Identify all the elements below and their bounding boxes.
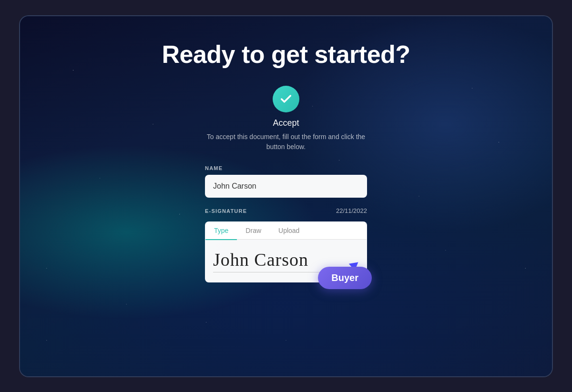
check-circle: [273, 86, 299, 112]
tab-draw[interactable]: Draw: [237, 222, 270, 240]
esig-date: 22/11/2022: [336, 207, 367, 214]
tab-type[interactable]: Type: [205, 222, 237, 240]
accept-description: To accept this document, fill out the fo…: [207, 132, 365, 152]
accept-label: Accept: [273, 118, 299, 128]
check-icon: [279, 92, 293, 106]
signature-wrapper: Type Draw Upload John Carson Buyer: [205, 221, 367, 283]
form-container: NAME E-SIGNATURE 22/11/2022 Type Draw Up…: [205, 165, 367, 283]
name-input[interactable]: [205, 175, 367, 198]
page-title: Ready to get started?: [162, 40, 410, 69]
esig-label: E-SIGNATURE: [205, 208, 247, 214]
buyer-badge: Buyer: [318, 267, 372, 289]
signature-tabs: Type Draw Upload: [205, 222, 367, 240]
page-content: Ready to get started? Accept To accept t…: [20, 16, 552, 283]
tab-upload[interactable]: Upload: [270, 222, 308, 240]
esig-row: E-SIGNATURE 22/11/2022: [205, 207, 367, 218]
main-screen: Ready to get started? Accept To accept t…: [19, 15, 553, 377]
name-label: NAME: [205, 165, 367, 171]
